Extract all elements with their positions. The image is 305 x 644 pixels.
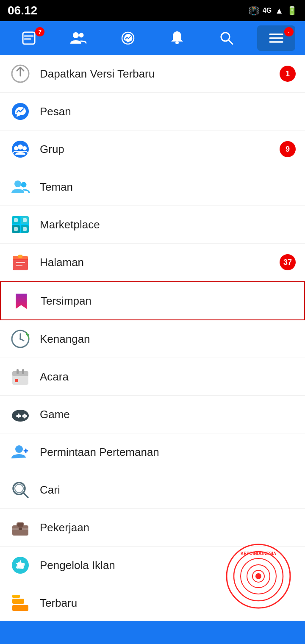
menu-item-pekerjaan[interactable]: Pekerjaan [0,509,305,547]
svg-rect-26 [23,218,27,222]
badge-halaman: 37 [280,254,296,270]
menu-label-tersimpan: Tersimpan [41,294,295,308]
nav-item-friends[interactable] [59,25,97,51]
menu-item-game[interactable]: Game [0,396,305,433]
nav-item-search[interactable] [208,25,246,51]
svg-point-15 [18,144,23,150]
search-icon [9,479,31,501]
svg-rect-33 [16,265,22,266]
friend-request-icon [9,441,31,463]
svg-point-52 [15,445,23,453]
friends-icon [9,176,31,198]
menu-label-grup: Grup [40,143,280,156]
ads-icon [9,554,31,576]
events-icon [9,366,31,388]
menu-item-update[interactable]: Dapatkan Versi Terbaru 1 [0,55,305,93]
svg-rect-39 [12,371,28,376]
recent-icon [9,592,31,614]
marketplace-icon [9,214,31,236]
menu-item-tersimpan[interactable]: Tersimpan [0,281,305,320]
svg-rect-60 [17,523,24,527]
menu-label-permintaan: Permintaan Pertemanan [40,446,296,459]
menu-label-pesan: Pesan [40,105,296,118]
menu-badge: · [284,27,294,36]
nav-bar: 7 · [0,21,305,55]
svg-point-18 [14,180,21,187]
nav-item-messenger[interactable] [109,25,147,51]
menu-item-terbaru[interactable]: Terbaru [0,584,305,622]
nav-item-menu[interactable]: · [257,25,295,51]
status-icons: 📳 4G ▲ 🔋 [249,6,297,16]
menu-label-acara: Acara [40,370,296,383]
svg-point-50 [22,415,25,417]
svg-rect-31 [18,255,22,258]
menu-item-grup[interactable]: Grup 9 [0,130,305,168]
svg-point-19 [21,182,27,188]
signal-icon: ▲ [275,6,283,16]
menu-item-marketplace[interactable]: Marketplace [0,206,305,244]
menu-label-pekerjaan: Pekerjaan [40,521,296,534]
menu-item-halaman[interactable]: Halaman 37 [0,244,305,281]
saved-icon [10,290,32,312]
newsfeed-icon [21,31,36,46]
svg-point-6 [175,42,179,44]
messenger-icon [9,100,31,122]
svg-point-16 [14,146,18,150]
svg-rect-62 [19,527,22,530]
memories-icon [9,328,31,350]
svg-rect-40 [17,369,19,374]
svg-rect-32 [16,262,25,263]
menu-label-terbaru: Terbaru [40,597,296,610]
svg-rect-67 [12,595,20,598]
network-4g-icon: 4G [263,7,272,14]
svg-rect-44 [12,375,28,375]
svg-rect-0 [23,32,35,44]
menu-label-update: Dapatkan Versi Terbaru [40,67,280,80]
jobs-icon [9,516,31,539]
menu-list: Dapatkan Versi Terbaru 1 Pesan [0,55,305,644]
svg-rect-42 [15,379,18,382]
friends-nav-icon [70,31,86,45]
svg-point-3 [73,32,79,38]
svg-point-4 [79,33,83,38]
status-bar: 06.12 📳 4G ▲ 🔋 [0,0,305,21]
menu-item-permintaan[interactable]: Permintaan Pertemanan [0,433,305,471]
menu-label-pengelola-iklan: Pengelola Iklan [40,559,296,572]
group-icon [9,138,31,160]
menu-label-marketplace: Marketplace [40,218,296,231]
menu-item-kenangan[interactable]: Kenangan [0,320,305,358]
menu-icon [269,32,283,44]
badge-update: 1 [280,66,296,82]
menu-item-pesan[interactable]: Pesan [0,93,305,130]
svg-rect-41 [22,369,24,374]
menu-item-cari[interactable]: Cari [0,471,305,509]
svg-rect-28 [23,227,27,231]
svg-rect-65 [12,605,28,611]
menu-item-pengelola-iklan[interactable]: Pengelola Iklan [0,547,305,584]
nav-item-newsfeed[interactable]: 7 [10,25,48,51]
bell-icon [170,31,184,46]
svg-line-58 [23,493,28,497]
badge-grup: 9 [280,141,296,157]
status-time: 06.12 [8,4,37,17]
search-nav-icon [219,31,234,45]
menu-label-teman: Teman [40,180,296,194]
menu-item-teman[interactable]: Teman [0,168,305,206]
menu-label-halaman: Halaman [40,256,280,269]
menu-label-game: Game [40,408,296,421]
menu-label-kenangan: Kenangan [40,333,296,346]
update-icon [9,63,31,85]
svg-line-8 [228,40,233,44]
pages-icon [9,251,31,273]
messenger-nav-icon [120,31,136,46]
gaming-icon [9,403,31,425]
svg-rect-27 [14,227,18,231]
svg-rect-47 [16,415,21,417]
svg-point-17 [22,146,27,150]
nav-item-notifications[interactable] [158,25,196,51]
battery-icon: 🔋 [287,6,297,16]
menu-item-acara[interactable]: Acara [0,358,305,396]
vibrate-icon: 📳 [249,6,259,16]
bottom-bar [0,621,305,644]
svg-point-57 [15,484,23,493]
